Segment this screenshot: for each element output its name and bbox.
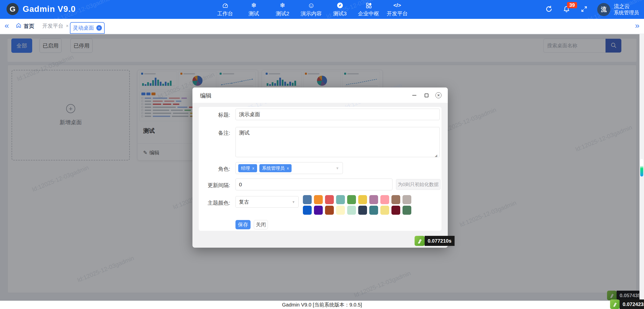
user-menu[interactable]: 流 流之云 系统管理员 — [597, 3, 639, 16]
user-org: 流之云 — [614, 3, 639, 10]
nav-item-enterprise-hub[interactable]: 企业中枢 — [356, 0, 381, 19]
title-input[interactable] — [235, 109, 440, 120]
minimize-button[interactable] — [411, 92, 418, 99]
perf-time-label: 0.072423s — [620, 299, 644, 309]
theme-color-swatch[interactable] — [303, 195, 312, 204]
nav-item-workbench[interactable]: 工作台 — [213, 0, 238, 19]
nav-item-test2[interactable]: ❄ 测试2 — [270, 0, 295, 19]
app-window: 全部 已启用 已停用 + 新增桌面 — [0, 0, 644, 309]
snowflake-icon: ❄ — [251, 2, 257, 9]
avatar: 流 — [597, 3, 610, 16]
version-text: Gadmin V9.0 [当前系统版本：9.0.5] — [282, 301, 362, 308]
theme-color-swatch[interactable] — [347, 195, 356, 204]
nav-item-test3[interactable]: 测试3 — [327, 0, 352, 19]
theme-color-swatch[interactable] — [403, 195, 411, 204]
roles-multiselect[interactable]: 经理x 系统管理员x ▼ — [235, 162, 343, 174]
user-role: 系统管理员 — [614, 10, 639, 16]
roles-field-label: 角色: — [199, 165, 230, 172]
theme-color-swatch[interactable] — [369, 206, 378, 215]
save-button[interactable]: 保存 — [235, 220, 251, 229]
edit-dialog: ld:12025-12-03gadmin ld:12025-12-03gadmi… — [192, 87, 448, 248]
home-icon — [16, 22, 22, 30]
maximize-icon — [425, 94, 428, 97]
interval-input[interactable] — [235, 179, 392, 190]
theme-color-swatch[interactable] — [336, 195, 345, 204]
code-icon: </> — [393, 2, 401, 9]
theme-color-swatch[interactable] — [403, 206, 411, 215]
chevron-down-icon: ▼ — [292, 200, 295, 204]
nav-item-test[interactable]: ❄ 测试 — [241, 0, 266, 19]
nav-label: 测试3 — [333, 10, 347, 17]
tab-label: 灵动桌面 — [73, 24, 94, 31]
tabs-collapse-left[interactable]: « — [5, 21, 9, 30]
theme-color-swatch[interactable] — [303, 206, 312, 215]
perf-time-label: 0.077210s — [425, 236, 455, 246]
tab-home[interactable]: 首页 — [16, 22, 34, 30]
nav-item-demo-content[interactable]: ☺ 演示内容 — [299, 0, 324, 19]
perf-logo-icon — [610, 299, 620, 309]
main-nav: 工作台 ❄ 测试 ❄ 测试2 ☺ 演示内容 测试3 企业中枢 — [213, 0, 410, 19]
role-tag: 系统管理员x — [259, 164, 292, 172]
theme-color-swatch[interactable] — [314, 206, 323, 215]
maximize-button[interactable] — [423, 92, 430, 99]
app-header: ld:12025-12-03gadmin ld:12025-12-03gadmi… — [0, 0, 644, 19]
notification-badge: 39 — [567, 2, 577, 8]
refresh-icon — [545, 5, 553, 14]
theme-field-label: 主题颜色: — [199, 199, 230, 206]
theme-color-swatch[interactable] — [380, 195, 389, 204]
dialog-form: 标题: 备注: 测试 ◢ 角色: 经理x 系统管理员x ▼ 更新间隔: 为0则只… — [199, 107, 441, 231]
interval-field-label: 更新间隔: — [199, 182, 230, 189]
nav-label: 测试 — [249, 10, 259, 17]
tabs-collapse-right[interactable]: » — [635, 21, 639, 30]
interval-hint-button[interactable]: 为0则只初始化数据 — [396, 179, 440, 190]
theme-color-swatch[interactable] — [358, 195, 367, 204]
title-field-label: 标题: — [199, 111, 230, 118]
close-tab-icon[interactable]: × — [66, 23, 69, 29]
theme-color-swatch[interactable] — [347, 206, 356, 215]
theme-color-swatch[interactable] — [380, 206, 389, 215]
notifications-button[interactable]: 39 — [562, 5, 571, 14]
theme-select[interactable]: 复古 ▼ — [235, 196, 299, 208]
status-bar: Gadmin V9.0 [当前系统版本：9.0.5] — [0, 301, 644, 309]
nav-label: 开发平台 — [387, 10, 408, 17]
theme-color-swatch[interactable] — [358, 206, 367, 215]
tab-dev-platform[interactable]: 开发平台 × — [42, 22, 69, 29]
tab-bar: « 首页 开发平台 × 灵动桌面 × » — [0, 19, 644, 34]
scrollbar-thumb[interactable] — [640, 159, 643, 176]
app-logo: G — [7, 3, 19, 15]
theme-color-swatch[interactable] — [314, 195, 323, 204]
cancel-button[interactable]: 关闭 — [254, 220, 268, 229]
dialog-titlebar: 编辑 ✕ — [192, 87, 448, 103]
refresh-button[interactable] — [544, 5, 553, 14]
remark-field-label: 备注: — [199, 129, 230, 137]
compass-icon — [337, 2, 343, 9]
theme-color-swatch[interactable] — [336, 206, 345, 215]
remove-tag-icon[interactable]: x — [252, 166, 254, 170]
performance-badge: 0.077210s — [415, 236, 455, 246]
app-title: Gadmin V9.0 — [23, 4, 76, 14]
theme-color-swatch[interactable] — [391, 195, 400, 204]
nav-label: 企业中枢 — [358, 10, 379, 17]
remark-textarea[interactable]: 测试 — [235, 127, 440, 157]
perf-logo-icon — [415, 236, 425, 246]
tab-label: 开发平台 — [42, 22, 63, 29]
remove-tag-icon[interactable]: x — [287, 166, 289, 170]
nav-label: 工作台 — [217, 10, 233, 17]
theme-color-swatch[interactable] — [391, 206, 400, 215]
theme-color-swatch[interactable] — [369, 195, 378, 204]
theme-color-swatch[interactable] — [325, 206, 334, 215]
close-tab-icon[interactable]: × — [96, 25, 102, 31]
nav-label: 测试2 — [276, 10, 289, 17]
theme-color-swatch[interactable] — [325, 195, 334, 204]
tab-smart-desktop-active[interactable]: 灵动桌面 × — [70, 22, 105, 34]
chevron-down-icon: ▼ — [336, 166, 339, 170]
tab-label: 首页 — [24, 23, 34, 30]
close-button[interactable]: ✕ — [435, 92, 442, 99]
fullscreen-button[interactable] — [580, 5, 589, 14]
dashboard-icon — [222, 2, 229, 9]
page-scrollbar — [639, 34, 644, 301]
nav-label: 演示内容 — [301, 10, 322, 17]
nav-item-dev-platform[interactable]: </> 开发平台 — [385, 0, 410, 19]
role-tag: 经理x — [238, 164, 257, 172]
snowflake-icon: ❄ — [280, 2, 285, 9]
